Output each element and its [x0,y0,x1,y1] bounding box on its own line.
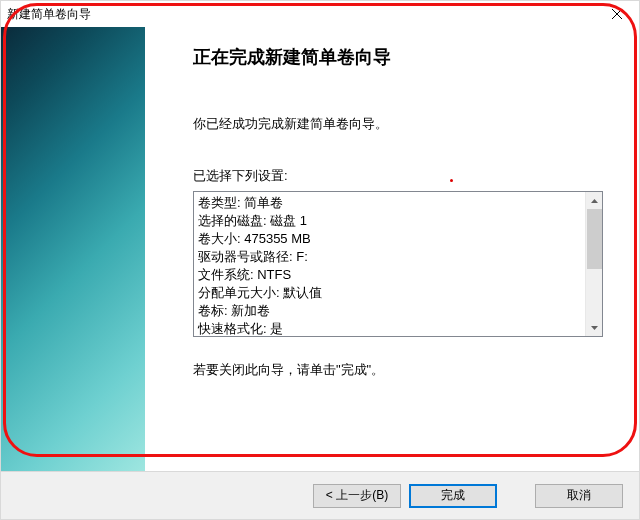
scroll-thumb[interactable] [587,209,602,269]
list-item: 快速格式化: 是 [198,320,598,337]
wizard-content: 正在完成新建简单卷向导 你已经成功完成新建简单卷向导。 已选择下列设置: 卷类型… [145,27,639,471]
titlebar: 新建简单卷向导 [1,1,639,27]
svg-marker-2 [591,199,598,203]
closing-instruction: 若要关闭此向导，请单击"完成"。 [193,361,603,379]
scroll-down-arrow-icon[interactable] [586,319,603,336]
list-item: 卷大小: 475355 MB [198,230,598,248]
list-item: 卷类型: 简单卷 [198,194,598,212]
window-title: 新建简单卷向导 [7,6,595,23]
cancel-button[interactable]: 取消 [535,484,623,508]
list-item: 选择的磁盘: 磁盘 1 [198,212,598,230]
back-button[interactable]: < 上一步(B) [313,484,401,508]
intro-text: 你已经成功完成新建简单卷向导。 [193,115,603,133]
wizard-footer: < 上一步(B) 完成 取消 [1,471,639,519]
wizard-body: 正在完成新建简单卷向导 你已经成功完成新建简单卷向导。 已选择下列设置: 卷类型… [1,27,639,471]
close-icon [612,9,622,19]
finish-button[interactable]: 完成 [409,484,497,508]
annotation-dot [450,179,453,182]
wizard-side-graphic [1,27,145,471]
settings-listbox[interactable]: 卷类型: 简单卷 选择的磁盘: 磁盘 1 卷大小: 475355 MB 驱动器号… [193,191,603,337]
svg-marker-3 [591,326,598,330]
list-item: 卷标: 新加卷 [198,302,598,320]
list-item: 文件系统: NTFS [198,266,598,284]
page-heading: 正在完成新建简单卷向导 [193,45,603,69]
settings-list-content: 卷类型: 简单卷 选择的磁盘: 磁盘 1 卷大小: 475355 MB 驱动器号… [194,192,602,337]
close-button[interactable] [595,1,639,27]
list-item: 分配单元大小: 默认值 [198,284,598,302]
settings-label: 已选择下列设置: [193,167,603,185]
wizard-window: 新建简单卷向导 正在完成新建简单卷向导 你已经成功完成新建简单卷向导。 已选择下… [0,0,640,520]
scrollbar[interactable] [585,192,602,336]
list-item: 驱动器号或路径: F: [198,248,598,266]
scroll-up-arrow-icon[interactable] [586,192,603,209]
